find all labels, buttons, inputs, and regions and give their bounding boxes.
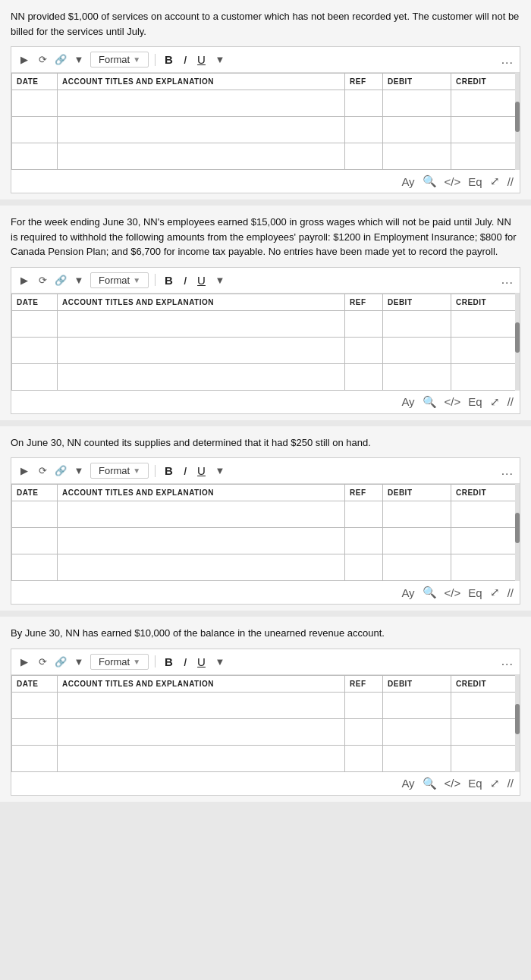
table-cell[interactable]: [383, 718, 451, 745]
more-options-button[interactable]: ...: [501, 53, 514, 67]
format-button[interactable]: Format▼: [90, 654, 149, 670]
table-cell[interactable]: [12, 501, 58, 528]
table-cell[interactable]: [12, 745, 58, 771]
table-cell[interactable]: [58, 90, 345, 117]
table-cell[interactable]: [12, 692, 58, 718]
format-button[interactable]: Format▼: [90, 52, 149, 68]
refresh-icon[interactable]: ⟳: [36, 53, 49, 67]
link-icon[interactable]: 🔗: [54, 273, 68, 287]
play-icon[interactable]: ▶: [17, 273, 31, 287]
table-cell[interactable]: [12, 337, 58, 363]
table-cell[interactable]: [451, 117, 520, 143]
table-cell[interactable]: [451, 554, 520, 581]
format-button[interactable]: Format▼: [90, 272, 149, 288]
table-cell[interactable]: [345, 692, 383, 718]
table-cell[interactable]: [12, 554, 58, 581]
chevron-down-icon[interactable]: ▼: [72, 464, 86, 478]
spell-check-icon[interactable]: 🔍: [423, 395, 437, 409]
equation-icon[interactable]: Eq: [468, 777, 482, 790]
code-icon[interactable]: </>: [445, 586, 461, 599]
text-color-icon[interactable]: Ay: [401, 777, 414, 790]
scrollbar-thumb[interactable]: [515, 322, 520, 353]
table-cell[interactable]: [58, 745, 345, 771]
table-cell[interactable]: [345, 363, 383, 390]
table-cell[interactable]: [12, 310, 58, 337]
table-cell[interactable]: [58, 363, 345, 390]
chevron-down-icon[interactable]: ▼: [72, 53, 86, 67]
bold-button[interactable]: B: [162, 654, 176, 670]
formatting-dropdown-icon[interactable]: ▼: [213, 655, 227, 668]
table-cell[interactable]: [383, 90, 451, 117]
table-cell[interactable]: [345, 501, 383, 528]
scrollbar-thumb[interactable]: [515, 102, 520, 132]
table-cell[interactable]: [383, 310, 451, 337]
scrollbar-thumb[interactable]: [515, 704, 520, 734]
table-cell[interactable]: [383, 692, 451, 718]
table-cell[interactable]: [58, 143, 345, 170]
table-cell[interactable]: [345, 718, 383, 745]
table-cell[interactable]: [12, 363, 58, 390]
underline-button[interactable]: U: [194, 463, 209, 479]
refresh-icon[interactable]: ⟳: [36, 464, 49, 478]
table-cell[interactable]: [383, 363, 451, 390]
text-color-icon[interactable]: Ay: [401, 175, 414, 188]
table-cell[interactable]: [58, 337, 345, 363]
equation-icon[interactable]: Eq: [468, 586, 482, 599]
table-cell[interactable]: [12, 718, 58, 745]
more-options-button[interactable]: ...: [501, 273, 514, 287]
table-cell[interactable]: [451, 337, 520, 363]
accessibility-icon[interactable]: //: [507, 777, 514, 790]
play-icon[interactable]: ▶: [17, 53, 31, 67]
table-cell[interactable]: [451, 745, 520, 771]
table-cell[interactable]: [383, 528, 451, 554]
more-options-button[interactable]: ...: [501, 655, 514, 668]
table-cell[interactable]: [345, 143, 383, 170]
table-cell[interactable]: [345, 337, 383, 363]
formatting-dropdown-icon[interactable]: ▼: [213, 464, 227, 478]
expand-icon[interactable]: ⤢: [490, 586, 500, 599]
table-cell[interactable]: [58, 501, 345, 528]
table-cell[interactable]: [345, 90, 383, 117]
code-icon[interactable]: </>: [445, 777, 461, 790]
link-icon[interactable]: 🔗: [54, 53, 68, 67]
scrollbar-track[interactable]: [515, 484, 520, 581]
expand-icon[interactable]: ⤢: [490, 174, 500, 188]
scrollbar-track[interactable]: [515, 675, 520, 772]
code-icon[interactable]: </>: [445, 175, 461, 188]
table-cell[interactable]: [451, 528, 520, 554]
table-cell[interactable]: [383, 143, 451, 170]
table-cell[interactable]: [345, 310, 383, 337]
formatting-dropdown-icon[interactable]: ▼: [213, 273, 227, 287]
table-cell[interactable]: [12, 90, 58, 117]
table-cell[interactable]: [451, 90, 520, 117]
accessibility-icon[interactable]: //: [507, 395, 514, 408]
link-icon[interactable]: 🔗: [54, 655, 68, 668]
equation-icon[interactable]: Eq: [468, 175, 482, 188]
table-cell[interactable]: [58, 310, 345, 337]
table-cell[interactable]: [12, 143, 58, 170]
table-cell[interactable]: [383, 501, 451, 528]
spell-check-icon[interactable]: 🔍: [423, 777, 437, 790]
format-button[interactable]: Format▼: [90, 463, 149, 479]
accessibility-icon[interactable]: //: [507, 586, 514, 599]
table-cell[interactable]: [451, 310, 520, 337]
italic-button[interactable]: I: [181, 272, 190, 288]
underline-button[interactable]: U: [194, 52, 209, 68]
table-cell[interactable]: [451, 718, 520, 745]
play-icon[interactable]: ▶: [17, 655, 31, 668]
code-icon[interactable]: </>: [445, 395, 461, 408]
more-options-button[interactable]: ...: [501, 464, 514, 478]
italic-button[interactable]: I: [181, 52, 190, 68]
table-cell[interactable]: [383, 117, 451, 143]
formatting-dropdown-icon[interactable]: ▼: [213, 53, 227, 67]
table-cell[interactable]: [451, 692, 520, 718]
refresh-icon[interactable]: ⟳: [36, 273, 49, 287]
equation-icon[interactable]: Eq: [468, 395, 482, 408]
table-cell[interactable]: [451, 501, 520, 528]
table-cell[interactable]: [58, 692, 345, 718]
table-cell[interactable]: [345, 745, 383, 771]
table-cell[interactable]: [58, 528, 345, 554]
refresh-icon[interactable]: ⟳: [36, 655, 49, 668]
table-cell[interactable]: [12, 528, 58, 554]
underline-button[interactable]: U: [194, 654, 209, 670]
